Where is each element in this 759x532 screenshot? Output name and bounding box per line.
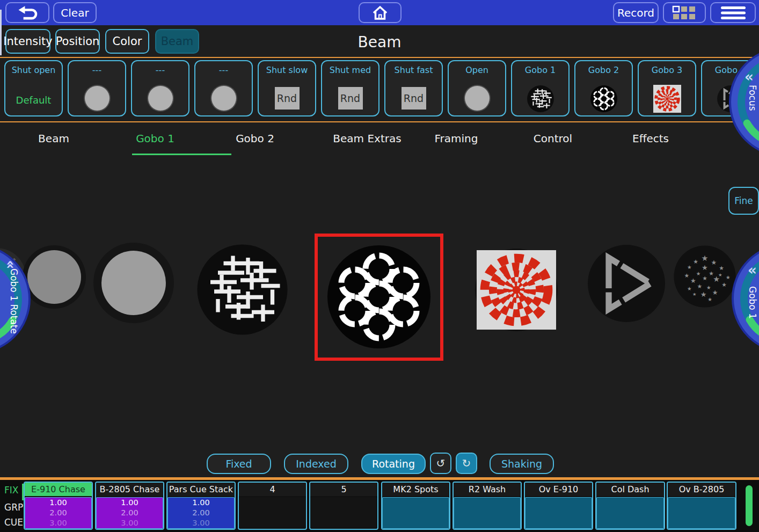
- cue-list: [239, 497, 306, 528]
- indexed-label: Indexed: [296, 458, 336, 470]
- tab-framing[interactable]: Framing: [435, 132, 478, 145]
- preset-gobo-1[interactable]: Gobo 1: [511, 60, 570, 116]
- playback-ov-b2805[interactable]: Ov B-2805: [667, 482, 736, 530]
- page-title: Beam: [0, 33, 759, 51]
- cue-value: 1.00: [121, 498, 138, 508]
- playback-title: B-2805 Chase: [96, 483, 163, 496]
- preset-empty-2[interactable]: ---: [131, 60, 189, 116]
- preset-label: ---: [132, 65, 188, 75]
- fixed-label: Fixed: [225, 458, 252, 470]
- open-circle-icon: [85, 86, 110, 111]
- rotating-label: Rotating: [372, 458, 415, 470]
- preset-gobo-3[interactable]: Gobo 3: [638, 60, 696, 116]
- playback-bar: FIX GRP CUE E-910 Chase 1.00 2.00 3.00 B…: [0, 480, 759, 532]
- rotate-ccw-icon: ↺: [436, 457, 446, 470]
- page-scroll-indicator[interactable]: [746, 485, 753, 526]
- playback-title: 5: [310, 483, 377, 496]
- preset-label: Shut open: [5, 65, 62, 75]
- playback-pars-cue-stack[interactable]: Pars Cue Stack 1.00 2.00 3.00: [166, 482, 236, 530]
- onyx-beam-screen: Clear Record: [0, 0, 759, 532]
- rotate-ccw-button[interactable]: ↺: [430, 453, 451, 474]
- rotate-cw-button[interactable]: ↻: [456, 453, 477, 474]
- playback-5[interactable]: 5: [309, 482, 378, 530]
- preset-shut-fast[interactable]: Shut fast Rnd: [384, 60, 443, 116]
- preset-label: Open: [449, 65, 505, 75]
- tab-gobo-1[interactable]: Gobo 1: [136, 132, 174, 145]
- preset-empty-3[interactable]: ---: [194, 60, 253, 116]
- preset-label: Gobo 2: [575, 65, 632, 75]
- record-label: Record: [617, 6, 654, 19]
- gobo-slot-open-small[interactable]: [27, 250, 81, 304]
- cue-value: 3.00: [192, 518, 209, 528]
- tab-beam[interactable]: Beam: [38, 132, 69, 145]
- preset-empty-1[interactable]: ---: [68, 60, 126, 116]
- cue-list: 1.00 2.00 3.00: [25, 497, 92, 529]
- collapse-chevron-icon[interactable]: «: [4, 260, 18, 269]
- playback-4[interactable]: 4: [238, 482, 307, 530]
- menu-button[interactable]: [710, 2, 756, 23]
- open-circle-icon: [211, 86, 236, 111]
- preset-label: ---: [195, 65, 252, 75]
- random-thumb: Rnd: [338, 87, 363, 110]
- playback-title: E-910 Chase: [25, 483, 92, 496]
- clear-button[interactable]: Clear: [53, 2, 97, 23]
- gobo-slot-crosshatch[interactable]: [195, 243, 289, 337]
- playback-col-dash[interactable]: Col Dash: [595, 482, 665, 530]
- preset-open[interactable]: Open: [448, 60, 506, 116]
- view-grid-button[interactable]: [663, 2, 706, 23]
- fine-button[interactable]: Fine: [728, 187, 759, 215]
- preset-shut-med[interactable]: Shut med Rnd: [321, 60, 380, 116]
- gobo-slot-spiral[interactable]: [477, 250, 556, 330]
- collapse-chevron-icon[interactable]: «: [748, 263, 757, 277]
- row-label-fix[interactable]: FIX: [4, 485, 18, 495]
- cue-value: 1.00: [192, 498, 209, 508]
- collapse-chevron-icon[interactable]: «: [745, 70, 754, 84]
- preset-label: Shut fast: [385, 65, 442, 75]
- tab-beam-extras[interactable]: Beam Extras: [333, 132, 401, 145]
- back-button[interactable]: [5, 2, 49, 23]
- cue-value: 2.00: [192, 508, 209, 518]
- cue-list: [668, 497, 735, 529]
- gobo-slot-open-large[interactable]: [101, 251, 166, 315]
- mode-fixed-button[interactable]: Fixed: [207, 454, 271, 474]
- gobo-slot-triangle[interactable]: [586, 243, 667, 324]
- mode-indexed-button[interactable]: Indexed: [284, 454, 348, 474]
- cue-value: 2.00: [49, 508, 67, 518]
- mode-rotating-button[interactable]: Rotating: [361, 454, 426, 474]
- cue-value: 3.00: [121, 518, 138, 528]
- row-label-grp[interactable]: GRP: [4, 502, 23, 513]
- hamburger-icon: [720, 6, 746, 20]
- playback-b2805-chase[interactable]: B-2805 Chase 1.00 2.00 3.00: [95, 482, 164, 530]
- playback-title: Pars Cue Stack: [167, 483, 235, 496]
- cue-list: [525, 497, 592, 529]
- preset-gobo-2[interactable]: Gobo 2: [574, 60, 633, 116]
- preset-shut-open[interactable]: Shut open Default: [4, 60, 63, 116]
- playback-title: Col Dash: [596, 483, 664, 496]
- tab-control[interactable]: Control: [534, 132, 572, 145]
- playback-e910-chase[interactable]: E-910 Chase 1.00 2.00 3.00: [24, 482, 93, 530]
- cue-value: 2.00: [121, 508, 138, 518]
- row-label-cue[interactable]: CUE: [4, 517, 23, 528]
- cue-list: [310, 497, 377, 528]
- preset-shut-slow[interactable]: Shut slow Rnd: [258, 60, 316, 116]
- playback-ov-e910[interactable]: Ov E-910: [524, 482, 593, 530]
- separator-line: [0, 121, 759, 122]
- cue-value: 3.00: [49, 518, 67, 528]
- encoder-gobo1-label: Gobo 1: [747, 286, 758, 329]
- active-tab-underline: [132, 154, 231, 155]
- playback-title: R2 Wash: [454, 483, 521, 496]
- clear-label: Clear: [61, 6, 89, 19]
- home-button[interactable]: [359, 2, 402, 23]
- rotate-cw-icon: ↻: [462, 457, 471, 470]
- cue-list: [596, 497, 664, 529]
- record-button[interactable]: Record: [613, 2, 659, 23]
- playback-title: Ov E-910: [525, 483, 592, 496]
- playback-mk2-spots[interactable]: MK2 Spots: [381, 482, 450, 530]
- preset-label: Gobo 3: [639, 65, 695, 75]
- tab-gobo-2[interactable]: Gobo 2: [236, 132, 274, 145]
- gobo-crosshatch-icon: [527, 85, 554, 113]
- mode-shaking-button[interactable]: Shaking: [490, 454, 554, 474]
- playback-r2-wash[interactable]: R2 Wash: [453, 482, 522, 530]
- tab-effects[interactable]: Effects: [632, 132, 669, 145]
- home-icon: [371, 5, 389, 21]
